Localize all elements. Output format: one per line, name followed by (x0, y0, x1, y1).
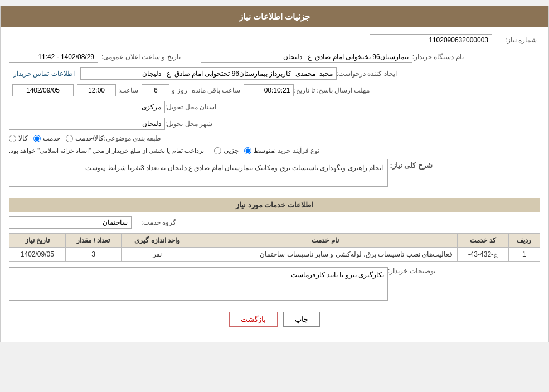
contact-link[interactable]: اطلاعات تماس خریدار (13, 70, 75, 78)
city-input (9, 118, 165, 130)
services-section-header: اطلاعات خدمات مورد نیاز (9, 198, 540, 212)
buyer-notes-textarea[interactable]: بکارگیری نیرو با تایید کارفرماست (9, 267, 388, 301)
back-button[interactable]: بازگشت (229, 312, 278, 327)
city-label: شهر محل تحویل: (165, 120, 212, 128)
cell-name: فعالیت‌های نصب تاسیسات برق، لوله‌کشی و س… (193, 248, 458, 262)
buyer-name-label: نام دستگاه خریدار: (412, 53, 464, 61)
time-label: ساعت: (118, 86, 138, 94)
deadline-label: مهلت ارسال پاسخ: تا تاریخ: (294, 86, 370, 94)
page-header: جزئیات اطلاعات نیاز (1, 6, 548, 27)
need-number-input (370, 34, 492, 46)
province-input (9, 101, 165, 113)
process-note: پرداخت تمام یا بخشی از مبلغ خریدار از مح… (9, 147, 204, 154)
cell-row: 1 (508, 248, 540, 262)
service-group-label: گروه خدمت: (132, 219, 176, 226)
cell-unit: نفر (122, 248, 193, 262)
col-name: نام خدمت (193, 234, 458, 248)
remaining-input (244, 84, 294, 96)
buyer-notes-label: توصیحات خریدار: (388, 267, 435, 275)
page-title: جزئیات اطلاعات نیاز (239, 12, 310, 21)
process-option-1[interactable]: جزیی (214, 147, 239, 154)
creator-input (80, 67, 337, 80)
col-count: تعداد / مقدار (65, 234, 122, 248)
cell-date: 1402/09/05 (9, 248, 66, 262)
days-label: روز و (172, 86, 187, 94)
cell-code: ج-432-43- (457, 248, 508, 262)
service-table: ردیف کد خدمت نام خدمت واحد اندازه گیری ت… (9, 233, 540, 262)
province-label: استان محل تحویل: (165, 103, 216, 111)
button-row: چاپ بازگشت (9, 306, 540, 335)
date-input (12, 84, 74, 96)
date-announce-label: تاریخ و ساعت اعلان عمومی: (101, 53, 181, 61)
category-option-3[interactable]: کالا/خدمت (66, 134, 104, 142)
category-label: طبقه بندی موضوعی: (104, 134, 161, 142)
print-button[interactable]: چاپ (283, 312, 320, 327)
description-box: انجام راهبری ونگهداری تاسیسات برق ومکانی… (9, 159, 388, 187)
col-row: ردیف (508, 234, 540, 248)
process-radio-group: متوسط جزیی (214, 147, 274, 154)
col-date: تاریخ نیاز (9, 234, 66, 248)
description-text: انجام راهبری ونگهداری تاسیسات برق ومکانی… (85, 164, 383, 172)
need-number-label: شماره نیاز: (492, 36, 537, 44)
cell-count: 3 (65, 248, 122, 262)
date-announce-input (9, 51, 98, 63)
creator-label: ایجاد کننده درخواست: (337, 70, 397, 78)
remaining-label: ساعت باقی مانده (192, 86, 241, 94)
category-radio-group: کالا/خدمت خدمت کالا (9, 134, 104, 142)
col-unit: واحد اندازه گیری (122, 234, 193, 248)
table-row: 1 ج-432-43- فعالیت‌های نصب تاسیسات برق، … (9, 248, 540, 262)
process-label: نوع فرآیند خرید : (274, 147, 319, 154)
service-group-input (9, 216, 132, 229)
days-input (142, 84, 169, 96)
description-section-label: شرح کلی نیاز: (388, 161, 433, 170)
col-code: کد خدمت (457, 234, 508, 248)
category-option-2[interactable]: خدمت (33, 134, 60, 142)
buyer-name-input (201, 51, 412, 63)
category-option-1[interactable]: کالا (9, 134, 28, 142)
process-option-2[interactable]: متوسط (244, 147, 274, 154)
time-input (77, 84, 116, 96)
